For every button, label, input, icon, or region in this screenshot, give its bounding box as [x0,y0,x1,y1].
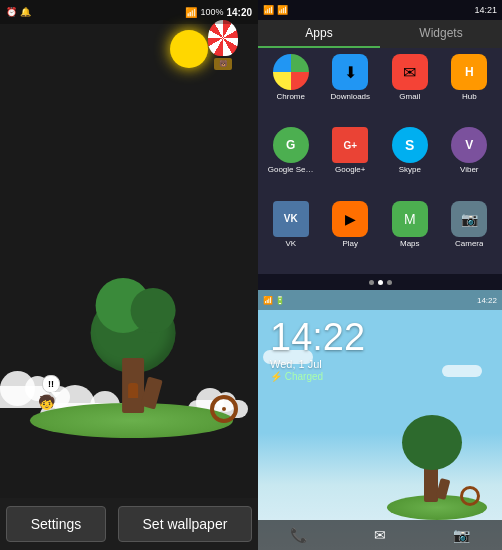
camera-icon: 📷 [451,201,487,237]
main-container: ⏰ 🔔 📶 100% 14:20 🐻 [0,0,502,550]
left-status-icons: ⏰ 🔔 [6,7,31,17]
apps-status-time: 14:21 [474,5,497,15]
apps-status-bar: 📶 📶 14:21 [258,0,502,20]
app-google-plus[interactable]: G+ Google+ [324,127,378,194]
vk-icon: VK [273,201,309,237]
left-preview-panel: ⏰ 🔔 📶 100% 14:20 🐻 [0,0,258,550]
apps-grid: Chrome ⬇ Downloads ✉ Gmail H Hub G Googl… [258,48,502,274]
app-chrome[interactable]: Chrome [264,54,318,121]
viber-icon: V [451,127,487,163]
chrome-label: Chrome [277,92,305,101]
gmail-label: Gmail [399,92,420,101]
hub-icon: H [451,54,487,90]
lock-status-icons: 📶 🔋 [263,296,285,305]
wifi-icon: 📶 [185,7,197,18]
play-label: Play [342,239,358,248]
viber-label: Viber [460,165,479,174]
tree-decoration [122,358,144,413]
apps-screen-preview: 📶 📶 14:21 Apps Widgets Chrome ⬇ Download… [258,0,502,290]
tab-apps[interactable]: Apps [258,20,380,48]
speech-bubble: !! [42,375,60,393]
app-play[interactable]: ▶ Play [324,201,378,268]
google-settings-icon: G [273,127,309,163]
battery-icon: 100% [200,7,223,17]
wallpaper-scene: 🐻 !! [0,0,258,498]
app-vk[interactable]: VK VK [264,201,318,268]
lock-wheel [460,486,480,506]
balloon-basket: 🐻 [214,58,232,70]
character-girl: 🧒 [38,394,55,410]
app-gmail[interactable]: ✉ Gmail [383,54,437,121]
app-skype[interactable]: S Skype [383,127,437,194]
lock-tree-scene [382,400,492,520]
app-downloads[interactable]: ⬇ Downloads [324,54,378,121]
google-settings-label: Google Settings [268,165,314,174]
nav-phone-button[interactable]: 📞 [284,525,314,545]
island-scene: !! 🧒 [20,358,243,438]
sun-decoration [170,30,208,68]
app-viber[interactable]: V Viber [443,127,497,194]
wheel-decoration [210,395,238,423]
lock-tree-canopy [402,415,462,470]
settings-button[interactable]: Settings [6,506,107,542]
lock-status-time: 14:22 [477,296,497,305]
lock-charge-status: ⚡ Charged [270,371,490,382]
maps-icon: M [392,201,428,237]
apps-tabs-bar: Apps Widgets [258,20,502,48]
set-wallpaper-button[interactable]: Set wallpaper [118,506,253,542]
download-icon: ⬇ [332,54,368,90]
treehouse-door [128,383,138,398]
bottom-action-bar: Settings Set wallpaper [0,498,258,550]
lock-screen-preview: 📶 🔋 14:22 14:22 Wed, 1 Jul ⚡ Charged 📞 [258,290,502,550]
lock-bottom-nav: 📞 ✉ 📷 [258,520,502,550]
dot-1 [369,280,374,285]
balloon-top [208,20,238,56]
app-maps[interactable]: M Maps [383,201,437,268]
app-hub[interactable]: H Hub [443,54,497,121]
tab-widgets[interactable]: Widgets [380,20,502,48]
time-display: 14:20 [226,7,252,18]
balloon-decoration: 🐻 [208,20,238,70]
google-plus-icon: G+ [332,127,368,163]
lock-time-display: 14:22 [270,318,490,356]
skype-label: Skype [399,165,421,174]
nav-message-button[interactable]: ✉ [365,525,395,545]
dot-3 [387,280,392,285]
hub-label: Hub [462,92,477,101]
vk-label: VK [285,239,296,248]
lock-screen-content: 14:22 Wed, 1 Jul ⚡ Charged [258,310,502,390]
dot-2 [378,280,383,285]
apps-status-icons: 📶 📶 [263,5,288,15]
lock-date-display: Wed, 1 Jul [270,358,490,370]
chrome-icon [273,54,309,90]
play-icon: ▶ [332,201,368,237]
right-status-icons: 📶 100% 14:20 [185,7,252,18]
google-plus-label: Google+ [335,165,365,174]
left-status-bar: ⏰ 🔔 📶 100% 14:20 [0,0,258,24]
app-camera[interactable]: 📷 Camera [443,201,497,268]
camera-label: Camera [455,239,483,248]
maps-label: Maps [400,239,420,248]
gmail-icon: ✉ [392,54,428,90]
tree-trunk [122,358,144,413]
page-dots-indicator [258,274,502,290]
downloads-label: Downloads [330,92,370,101]
lock-status-bar: 📶 🔋 14:22 [258,290,502,310]
nav-camera-button[interactable]: 📷 [446,525,476,545]
right-preview-panel: 📶 📶 14:21 Apps Widgets Chrome ⬇ Download… [258,0,502,550]
app-google-settings[interactable]: G Google Settings [264,127,318,194]
skype-icon: S [392,127,428,163]
